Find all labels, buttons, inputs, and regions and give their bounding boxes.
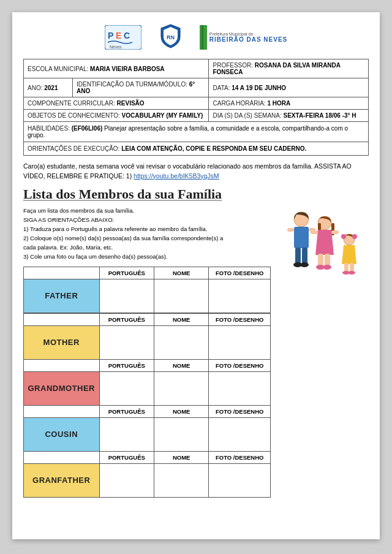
portugues-mother[interactable]: [99, 325, 154, 359]
escola-label: ESCOLA MUNICIPAL:: [28, 66, 88, 72]
carga-value: 1 HORA: [267, 100, 290, 107]
orientacoes-text: LEIA COM ATENÇÃO, COPIE E RESPONDA EM SE…: [121, 145, 306, 152]
col-portugues-header-3: PORTUGUÊS: [99, 359, 154, 371]
dia-label: DIA (S) DA (S) SEMANA:: [213, 112, 281, 119]
svg-point-13: [300, 262, 309, 267]
pec-logo: P E C Neves: [105, 25, 141, 50]
instruction-line-1: SIGA AS ORIENTAÇÕES ABAIXO:: [23, 215, 232, 224]
foto-father[interactable]: [209, 279, 271, 313]
portugues-father[interactable]: [99, 279, 154, 313]
col-word-header-5: [24, 451, 100, 463]
ribeiro-logo: Prefeitura Municipal de RIBEIRÃO DAS NEV…: [200, 25, 287, 50]
habilidades-code: (EF06LI06): [72, 125, 103, 132]
family-illustration: [277, 206, 369, 304]
table-row: GRANFATHER: [24, 463, 271, 497]
info-table: ESCOLA MUNICIPAL: MARIA VIEIRA BARBOSA P…: [23, 59, 369, 156]
col-foto-header-5: FOTO /DESENHO: [209, 451, 271, 463]
col-portugues-header-2: PORTUGUÊS: [99, 313, 154, 325]
svg-text:E: E: [116, 31, 121, 40]
ano-label: ANO:: [28, 85, 42, 91]
componente-value: REVISÃO: [117, 100, 145, 107]
foto-grandmother[interactable]: [209, 371, 271, 405]
svg-point-31: [348, 271, 355, 275]
table-row-header-5: PORTUGUÊS NOME FOTO /DESENHO: [24, 451, 271, 463]
foto-granfather[interactable]: [209, 463, 271, 497]
data-value: 14 A 19 DE JUNHO: [232, 85, 286, 91]
carga-label: CARGA HORÁRIA:: [213, 100, 265, 107]
escola-value: MARIA VIEIRA BARBOSA: [90, 66, 164, 72]
svg-rect-10: [295, 248, 301, 265]
foto-mother[interactable]: [209, 325, 271, 359]
col-foto-header: FOTO /DESENHO: [209, 267, 271, 279]
habilidades-label: HABILIDADES:: [28, 125, 70, 132]
nome-mother[interactable]: [154, 325, 208, 359]
col-nome-header-3: NOME: [154, 359, 208, 371]
svg-text:RN: RN: [167, 34, 175, 40]
col-nome-header-4: NOME: [154, 405, 208, 417]
intro-link[interactable]: https://youtu.be/bIK5B3yqJsM: [134, 172, 219, 180]
header-logos: P E C Neves RN Prefeitura Municipa: [23, 23, 369, 51]
orientacoes-label: ORIENTAÇÕES DE EXECUÇÃO:: [28, 145, 119, 152]
shield-logo: RN: [160, 23, 181, 51]
professor-label: PROFESSOR:: [213, 62, 253, 69]
col-word-header-4: [24, 405, 100, 417]
objetos-value: VOCABULARY (MY FAMILY): [122, 112, 203, 119]
nome-granfather[interactable]: [154, 463, 208, 497]
word-mother: MOTHER: [24, 325, 100, 359]
identificacao-label: IDENTIFICAÇÃO DA TURMA/MÓDULO:: [77, 81, 187, 88]
svg-rect-11: [302, 248, 307, 265]
svg-point-26: [341, 234, 346, 239]
nome-cousin[interactable]: [154, 417, 208, 451]
table-row-header-2: PORTUGUÊS NOME FOTO /DESENHO: [24, 313, 271, 325]
svg-point-27: [352, 234, 357, 239]
col-portugues-header-5: PORTUGUÊS: [99, 451, 154, 463]
col-word-header-3: [24, 359, 100, 371]
table-row: GRANDMOTHER: [24, 371, 271, 405]
svg-rect-9: [294, 227, 309, 248]
svg-text:C: C: [124, 31, 130, 40]
ribeiro-sub: Prefeitura Municipal de: [209, 32, 254, 36]
pec-logo-icon: P E C Neves: [105, 25, 141, 50]
table-row: FATHER: [24, 279, 271, 313]
nome-grandmother[interactable]: [154, 371, 208, 405]
word-cousin: COUSIN: [24, 417, 100, 451]
word-grandmother: GRANDMOTHER: [24, 371, 100, 405]
svg-rect-23: [311, 230, 318, 234]
instruction-line-4: 3) Cole uma foto ou faça um desenho da(s…: [23, 252, 232, 261]
svg-point-22: [323, 265, 331, 270]
col-word-header: [24, 267, 100, 279]
svg-text:Neves: Neves: [110, 45, 122, 49]
table-row-header-3: PORTUGUÊS NOME FOTO /DESENHO: [24, 359, 271, 371]
family-table: PORTUGUÊS NOME FOTO /DESENHO FATHER: [23, 267, 271, 498]
foto-cousin[interactable]: [209, 417, 271, 451]
col-nome-header-2: NOME: [154, 313, 208, 325]
word-granfather: GRANFATHER: [24, 463, 100, 497]
ano-value: 2021: [44, 85, 58, 91]
dia-value: SEXTA-FEIRA 18/06 -3° H: [284, 112, 356, 119]
svg-rect-7: [202, 25, 203, 50]
componente-label: COMPONENTE CURRICULAR:: [28, 100, 115, 107]
shield-icon: RN: [160, 23, 181, 49]
col-foto-header-3: FOTO /DESENHO: [209, 359, 271, 371]
green-stripe-icon: [200, 25, 207, 50]
col-word-header-2: [24, 313, 100, 325]
svg-rect-14: [287, 228, 294, 232]
family-instructions: Faça um lista dos membros da sua família…: [23, 206, 232, 262]
table-row: MOTHER: [24, 325, 271, 359]
portugues-cousin[interactable]: [99, 417, 154, 451]
portugues-grandmother[interactable]: [99, 371, 154, 405]
page: P E C Neves RN Prefeitura Municipa: [12, 12, 380, 539]
svg-text:P: P: [108, 31, 113, 40]
family-area: Faça um lista dos membros da sua família…: [23, 206, 369, 498]
svg-rect-24: [331, 230, 339, 234]
instruction-line-2: 1) Traduza para o Português a palavra re…: [23, 224, 232, 233]
portugues-granfather[interactable]: [99, 463, 154, 497]
col-portugues-header: PORTUGUÊS: [99, 267, 154, 279]
col-foto-header-2: FOTO /DESENHO: [209, 313, 271, 325]
intro-text: Caro(a) estudante, nesta semana você vai…: [23, 162, 369, 181]
col-nome-header: NOME: [154, 267, 208, 279]
col-nome-header-5: NOME: [154, 451, 208, 463]
nome-father[interactable]: [154, 279, 208, 313]
table-row-header-4: PORTUGUÊS NOME FOTO /DESENHO: [24, 405, 271, 417]
instruction-line-3: 2) Coloque o(s) nome(s) da(s) pessoa(as)…: [23, 233, 232, 252]
